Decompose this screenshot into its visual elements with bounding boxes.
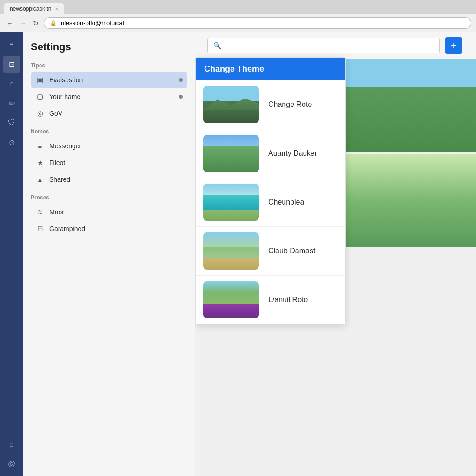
bg-img-1 xyxy=(337,60,476,152)
section-tipes: Tipes xyxy=(31,62,187,69)
gov-icon: ◎ xyxy=(35,109,45,118)
nav-item-yourhame[interactable]: ▢ Your hame xyxy=(31,88,187,105)
sidebar-icon-home[interactable]: ⌂ xyxy=(3,75,20,92)
sidebar-icon-settings[interactable]: ⊙ xyxy=(3,134,20,151)
theme-dropdown-title: Change Theme xyxy=(196,58,345,80)
gov-label: GoV xyxy=(49,110,62,117)
top-bar: 🔍 + xyxy=(195,32,476,60)
theme-item-4[interactable]: L/anuil Rote xyxy=(196,276,345,324)
nav-item-maor[interactable]: ≋ Maor xyxy=(31,204,187,220)
theme-thumb-0 xyxy=(203,86,259,123)
sidebar-icon-shield[interactable]: 🛡 xyxy=(3,114,20,131)
search-input[interactable] xyxy=(225,42,434,49)
theme-dropdown: Change Theme Change Rote Auanty Dacker C… xyxy=(195,57,346,324)
browser-chrome: newsoppicaok.th × ← → ↻ 🔒 infession-offo… xyxy=(0,0,476,32)
theme-item-1[interactable]: Auanty Dacker xyxy=(196,129,345,178)
theme-item-2[interactable]: Cheunplea xyxy=(196,178,345,227)
search-icon: 🔍 xyxy=(213,42,221,49)
nav-item-gov[interactable]: ◎ GoV xyxy=(31,105,187,122)
theme-name-3: Claub Damast xyxy=(268,247,315,255)
theme-name-1: Auanty Dacker xyxy=(268,149,317,158)
lock-icon: 🔒 xyxy=(50,20,57,26)
sidebar-icon-house[interactable]: ⌂ xyxy=(3,436,20,453)
theme-name-0: Change Rote xyxy=(268,100,312,109)
messenger-icon: ≡ xyxy=(35,141,45,151)
add-button[interactable]: + xyxy=(445,37,462,54)
refresh-btn[interactable]: ↻ xyxy=(31,18,41,28)
nav-item-garampined[interactable]: ⊞ Garampined xyxy=(31,220,187,237)
theme-thumb-2 xyxy=(203,184,259,221)
section-proses: Proses xyxy=(31,194,187,201)
search-box[interactable]: 🔍 xyxy=(207,38,440,53)
dark-sidebar: ≡ ⊡ ⌂ ✏ 🛡 ⊙ ⌂ @ xyxy=(0,32,23,476)
shared-label: Shared xyxy=(49,176,70,183)
back-btn[interactable]: ← xyxy=(5,18,15,28)
evaisesrion-dot xyxy=(179,78,183,82)
left-panel: Settings Tipes ▣ Evaisesrion ▢ Your hame… xyxy=(23,32,195,476)
maor-icon: ≋ xyxy=(35,207,45,217)
evaisesrion-icon: ▣ xyxy=(35,75,45,85)
settings-title: Settings xyxy=(31,41,187,53)
nav-item-shared[interactable]: ▲ Shared xyxy=(31,171,187,188)
main-content: 🔍 + ⌄ Change Theme Change Rote A xyxy=(195,32,476,476)
nav-item-messenger[interactable]: ≡ Messenger xyxy=(31,138,187,154)
theme-name-4: L/anuil Rote xyxy=(268,296,308,304)
nav-item-fileot[interactable]: ★ Fileot xyxy=(31,154,187,171)
garampined-icon: ⊞ xyxy=(35,224,45,233)
sidebar-icon-edit[interactable]: ✏ xyxy=(3,95,20,112)
evaisesrion-label: Evaisesrion xyxy=(49,76,83,84)
section-nemes: Nemes xyxy=(31,128,187,135)
theme-item-3[interactable]: Claub Damast xyxy=(196,227,345,276)
bg-img-2 xyxy=(337,154,476,247)
theme-name-2: Cheunplea xyxy=(268,198,304,206)
theme-thumb-1 xyxy=(203,135,259,172)
background-images xyxy=(337,60,476,338)
tab-close-btn[interactable]: × xyxy=(55,6,58,12)
sidebar-icon-account[interactable]: @ xyxy=(3,456,20,472)
address-bar: ← → ↻ 🔒 infession-offo@motuical xyxy=(0,14,476,32)
theme-thumb-4 xyxy=(203,281,259,318)
theme-thumb-3 xyxy=(203,232,259,270)
fileot-label: Fileot xyxy=(49,159,65,166)
tab-label: newsoppicaok.th xyxy=(10,6,51,12)
tab-bar: newsoppicaok.th × xyxy=(0,0,476,14)
url-text: infession-offo@motuical xyxy=(60,20,124,26)
garampined-label: Garampined xyxy=(49,225,85,232)
sidebar-icon-menu[interactable]: ≡ xyxy=(3,36,20,53)
forward-btn[interactable]: → xyxy=(18,18,28,28)
nav-item-evaisesrion[interactable]: ▣ Evaisesrion xyxy=(31,72,187,88)
theme-item-0[interactable]: Change Rote xyxy=(196,80,345,129)
maor-label: Maor xyxy=(49,208,64,216)
yourhame-icon: ▢ xyxy=(35,92,45,101)
fileot-icon: ★ xyxy=(35,158,45,167)
url-box[interactable]: 🔒 infession-offo@motuical xyxy=(44,17,471,29)
messenger-label: Messenger xyxy=(49,142,81,150)
yourhame-label: Your hame xyxy=(49,93,80,100)
sidebar-icon-inbox[interactable]: ⊡ xyxy=(3,56,20,73)
browser-tab[interactable]: newsoppicaok.th × xyxy=(4,3,64,14)
shared-icon: ▲ xyxy=(35,175,45,184)
yourhame-dot xyxy=(179,95,183,99)
app-container: ≡ ⊡ ⌂ ✏ 🛡 ⊙ ⌂ @ Settings Tipes ▣ Evaises… xyxy=(0,32,476,476)
